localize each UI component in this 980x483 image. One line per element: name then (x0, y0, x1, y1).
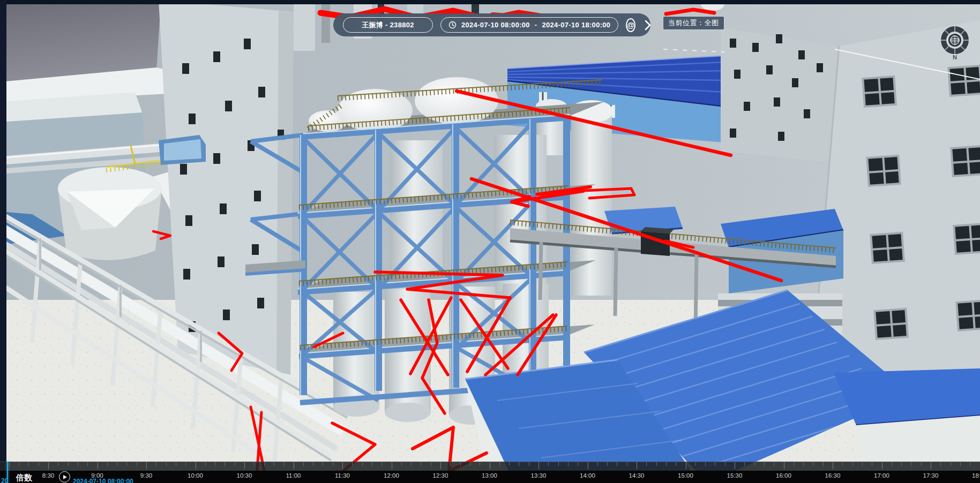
range-end: 2024-07-10 18:00:00 (542, 21, 611, 29)
current-location-badge: 当前位置：全图 (663, 16, 724, 30)
timeline-label: 10:30 (237, 472, 252, 479)
timeline-label: 17:30 (923, 472, 939, 479)
timeline-label: 18:00 (972, 472, 980, 479)
chevron-right-icon (644, 20, 651, 31)
play-button[interactable] (59, 471, 70, 482)
timeline-label: 9:30 (140, 472, 152, 479)
timeline-label: 8:30 (42, 472, 54, 479)
at-circle-icon: @ (627, 21, 634, 29)
next-button[interactable] (644, 20, 651, 31)
timeline-label: 14:30 (629, 472, 645, 479)
range-start: 2024-07-10 08:00:00 (461, 21, 530, 29)
location-label: 当前位置：全图 (668, 19, 719, 27)
timeline-label: 16:30 (825, 472, 841, 479)
timeline-labels: 8:309:009:3010:0010:3011:0011:3012:0012:… (0, 471, 980, 483)
playback-toolbar: 王振博 - 238802 2024-07-10 08:00:00 - 2024-… (333, 13, 650, 36)
compass-nav-widget[interactable] (940, 25, 970, 55)
timeline-label: 11:00 (286, 472, 301, 479)
timeline-label: 16:00 (776, 472, 791, 479)
time-range-picker[interactable]: 2024-07-10 08:00:00 - 2024-07-10 18:00:0… (440, 17, 618, 33)
person-selector[interactable]: 王振博 - 238802 (343, 17, 433, 33)
timeline-label: 11:30 (335, 472, 350, 479)
timeline-label: 10:00 (188, 472, 203, 479)
3d-plant-viewport[interactable] (0, 0, 980, 483)
timeline-label: 12:00 (384, 472, 399, 479)
speed-label: 倍数 (16, 473, 32, 483)
top-edge (0, 0, 980, 4)
timeline-label: 15:00 (678, 472, 693, 479)
speed-value[interactable]: 20 (1, 477, 8, 483)
play-icon (63, 475, 67, 479)
clock-icon (448, 21, 457, 29)
timeline-label: 12:30 (433, 472, 448, 479)
compass-icon (940, 25, 970, 55)
timeline-label: 17:00 (874, 472, 889, 479)
timeline-label: 13:30 (531, 472, 547, 479)
timeline-bar[interactable]: 8:309:009:3010:0010:3011:0011:3012:0012:… (0, 462, 980, 483)
timeline-label: 14:00 (580, 472, 595, 479)
current-time: 2024-07-10 08:00:00 (73, 478, 133, 483)
person-label: 王振博 - 238802 (362, 20, 414, 30)
timeline-label: 15:30 (727, 472, 743, 479)
personnel-tracking-playback-app: 王振博 - 238802 2024-07-10 08:00:00 - 2024-… (0, 0, 980, 483)
locate-button[interactable]: @ (626, 18, 635, 32)
timeline-label: 13:00 (482, 472, 497, 479)
range-separator: - (535, 21, 537, 29)
compass-north-label: N (940, 54, 970, 61)
timeline-ticks (0, 462, 980, 471)
left-edge (0, 0, 6, 483)
